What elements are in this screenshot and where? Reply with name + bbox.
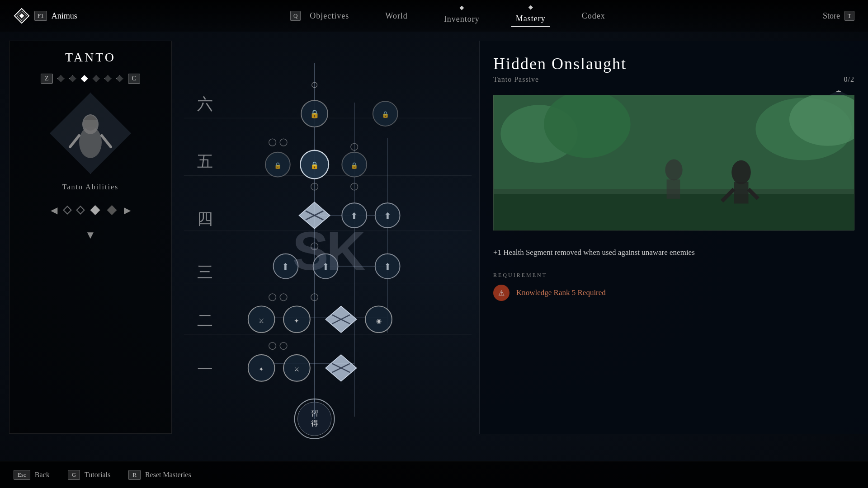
requirement-icon: ⚠ [493, 285, 509, 301]
esc-key-badge: Esc [14, 470, 30, 480]
weapon-character-svg [59, 102, 122, 165]
row5-slot-2 [280, 139, 287, 146]
row3-left-arrow-icon: ⬆ [282, 262, 290, 272]
nav-dot-1 [63, 206, 72, 215]
row-label-2: 二 [197, 312, 213, 329]
weapon-dot-3 [81, 75, 88, 82]
scroll-down-arrow[interactable]: ▼ [9, 229, 171, 241]
nav-item-inventory[interactable]: Inventory [439, 12, 484, 26]
row-label-6: 六 [197, 95, 213, 113]
tutorials-label: Tutorials [85, 471, 110, 479]
svg-point-38 [665, 160, 682, 181]
req-icon-symbol: ⚠ [498, 289, 505, 297]
nav-item-objectives[interactable]: Objectives [305, 9, 354, 23]
row6-right-lock-icon: 🔒 [382, 111, 390, 118]
svg-point-34 [731, 160, 751, 184]
skill-subtitle: Tanto Passive [493, 75, 539, 84]
preview-scene [494, 95, 854, 230]
z-key-badge[interactable]: Z [41, 74, 53, 84]
skill-count: 0/2 [844, 75, 854, 84]
animus-menu[interactable]: F1 Animus [14, 8, 77, 24]
skill-title: Hidden Onslaught [493, 54, 854, 73]
nav-item-world[interactable]: World [381, 9, 412, 23]
nav-item-codex[interactable]: Codex [577, 9, 610, 23]
weapon-navigation: ◀ ▶ [9, 200, 171, 220]
mastery-diamond-icon [528, 5, 533, 10]
nav-item-mastery[interactable]: Mastery [511, 12, 550, 27]
row-label-5: 五 [197, 153, 213, 170]
row5-center-lock-icon: 🔒 [310, 161, 319, 169]
skill-tree-svg: 六 五 四 三 二 一 習 得 🔒 � [179, 41, 477, 461]
nav-inventory-wrapper[interactable]: Inventory [439, 6, 484, 26]
preview-svg [494, 95, 854, 230]
skill-description: +1 Health Segment removed when used agai… [480, 237, 868, 267]
nav-world-wrapper[interactable]: World [381, 9, 412, 23]
weapon-title: TANTO [9, 41, 171, 74]
row3-center-arrow-icon: ⬆ [322, 262, 330, 272]
reset-label: Reset Masteries [145, 471, 191, 479]
row1-slot-1 [269, 343, 276, 350]
skill-subtitle-row: Tanto Passive 0/2 [493, 75, 854, 84]
row2-slot-2 [280, 294, 287, 301]
tutorials-action[interactable]: G Tutorials [68, 470, 111, 480]
weapon-dots-row: Z C [9, 74, 171, 88]
nav-dot-2 [76, 206, 85, 215]
g-key-badge: G [68, 470, 80, 480]
row-label-3: 三 [197, 263, 213, 281]
back-action[interactable]: Esc Back [14, 470, 50, 480]
requirement-row: ⚠ Knowledge Rank 5 Required [480, 281, 868, 305]
row2-node1-icon: ⚔ [259, 318, 264, 324]
nav-codex-wrapper[interactable]: Codex [577, 9, 610, 23]
skill-preview-image [493, 95, 854, 230]
reset-action[interactable]: R Reset Masteries [128, 470, 191, 480]
row1-node2-icon: ⚔ [294, 366, 300, 373]
left-panel: TANTO Z C Tanto Abilities ◀ [9, 41, 172, 434]
row-label-4: 四 [197, 210, 213, 228]
row2-slot-1 [269, 294, 276, 301]
nav-left-arrow[interactable]: ◀ [51, 205, 57, 216]
svg-line-6 [102, 136, 111, 147]
nav-center: Q Objectives World Inventory Mastery Cod… [77, 5, 823, 27]
row3-right-arrow-icon: ⬆ [384, 262, 392, 272]
r-key-badge: R [128, 470, 141, 480]
skill-tree-area: 六 五 四 三 二 一 習 得 🔒 � [179, 41, 477, 461]
requirement-header: REQUIREMENT [480, 267, 868, 281]
nav-objectives-wrapper[interactable]: Objectives [305, 9, 354, 23]
row-label-1: 一 [197, 361, 213, 378]
svg-rect-35 [734, 182, 749, 204]
weapon-dot-6 [116, 75, 123, 82]
q-key-badge: Q [290, 11, 301, 21]
row6-center-lock-icon: 🔒 [310, 109, 320, 119]
right-panel: 49 Hidden Onslaught Tanto Passive 0/2 [479, 41, 868, 434]
row1-slot-2 [280, 343, 287, 350]
weapon-dot-5 [104, 75, 112, 82]
row5-left-lock-icon: 🔒 [274, 162, 282, 169]
nav-mastery-wrapper[interactable]: Mastery [511, 5, 550, 27]
weapon-diamond-background [50, 93, 131, 174]
animus-icon [14, 8, 30, 24]
weapon-dot-4 [93, 75, 100, 82]
weapon-dot-2 [69, 75, 76, 82]
row2-node4-icon: ◉ [376, 318, 382, 324]
back-label: Back [35, 471, 50, 479]
requirement-text: Knowledge Rank 5 Required [516, 288, 606, 297]
skill-detail-header: Hidden Onslaught Tanto Passive 0/2 [480, 41, 868, 88]
nav-right-arrow[interactable]: ▶ [124, 205, 131, 216]
weapon-dot-1 [57, 75, 65, 82]
c-key-badge[interactable]: C [128, 74, 140, 84]
row5-slot-1 [269, 139, 276, 146]
row1-node1-icon: ✦ [259, 366, 264, 373]
store-label: Store [823, 11, 840, 21]
svg-rect-39 [667, 179, 680, 199]
animus-label: Animus [52, 11, 77, 21]
row4-farright-arrow-icon: ⬆ [384, 211, 392, 221]
nav-dot-active [90, 205, 100, 215]
bottom-bar: Esc Back G Tutorials R Reset Masteries [0, 461, 868, 488]
store-menu[interactable]: Store T [823, 11, 854, 21]
bottom-kanji-2: 得 [311, 419, 318, 427]
svg-point-4 [79, 127, 102, 158]
svg-line-5 [70, 136, 79, 147]
nav-dot-3 [107, 205, 117, 215]
top-navigation: F1 Animus Q Objectives World Inventory M… [0, 0, 868, 32]
f1-key-badge: F1 [34, 11, 47, 21]
